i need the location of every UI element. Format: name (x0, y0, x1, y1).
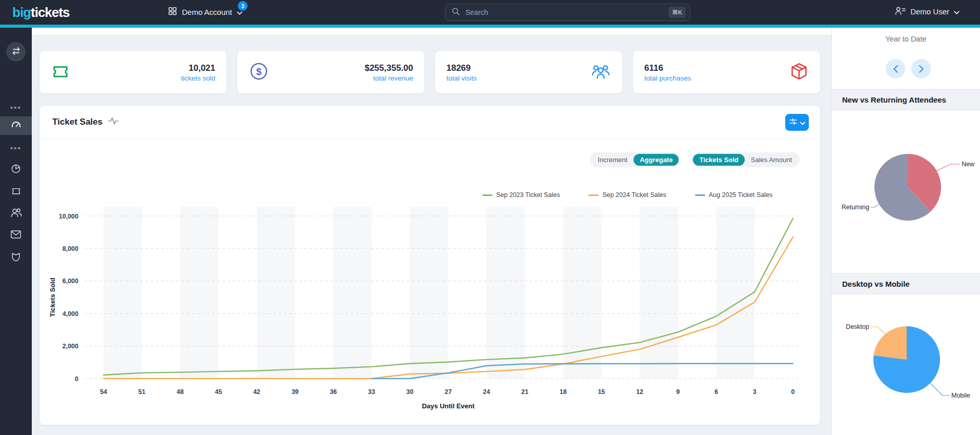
swap-horizontal-icon (11, 46, 21, 58)
svg-text:12: 12 (636, 388, 643, 396)
section-header-devices: Desktop vs Mobile (832, 273, 980, 294)
stat-value: 10,021 (181, 62, 215, 75)
shield-icon (10, 251, 22, 264)
sidebar-item-more-middle[interactable]: ••• (0, 139, 32, 157)
mail-icon (10, 230, 22, 241)
legend-swatch (588, 194, 599, 196)
ticket-sales-panel: Ticket Sales 02,0004,0006,0008,00010,000… (39, 105, 821, 425)
stat-value: $255,355.00 (364, 62, 413, 75)
legend-swatch (482, 194, 493, 196)
chart-legend: Sep 2023 Ticket Sales Sep 2024 Ticket Sa… (482, 191, 772, 199)
search-icon (452, 7, 460, 18)
svg-text:Mobile: Mobile (951, 392, 970, 399)
user-menu[interactable]: Demo User (895, 6, 959, 17)
svg-text:15: 15 (598, 388, 605, 396)
user-list-icon (895, 6, 906, 17)
search-input[interactable] (465, 8, 668, 16)
collapse-sidebar-button[interactable] (6, 42, 26, 62)
svg-text:33: 33 (368, 388, 375, 396)
svg-text:54: 54 (100, 388, 107, 396)
logo-tickets: tickets (31, 5, 69, 20)
user-name: Demo User (910, 7, 949, 16)
search-shortcut-badge: ⌘K (668, 7, 686, 18)
global-search: ⌘K (445, 4, 690, 21)
svg-text:36: 36 (330, 388, 337, 396)
package-icon (789, 62, 809, 83)
mode-toggle-group: Increment Aggregate (590, 152, 680, 167)
svg-text:51: 51 (138, 388, 146, 396)
account-switcher[interactable]: Demo Account (168, 6, 242, 17)
svg-text:8,000: 8,000 (63, 245, 78, 252)
toggle-tickets-sold[interactable]: Tickets Sold (693, 154, 744, 166)
toggle-aggregate[interactable]: Aggregate (634, 154, 679, 166)
sidebar-item-reports[interactable] (0, 161, 32, 179)
svg-text:$: $ (256, 66, 262, 76)
metric-toggle-group: Tickets Sold Sales Amount (691, 152, 800, 167)
sidebar-item-messages[interactable] (0, 226, 32, 245)
stat-card-total-purchases: 6116 total purchases (632, 50, 821, 94)
previous-period-button[interactable] (886, 59, 905, 78)
right-sidebar: Year to Date New vs Returning Attendees … (831, 28, 980, 435)
svg-text:24: 24 (483, 388, 490, 396)
pie-chart-icon (10, 163, 22, 176)
new-vs-returning-pie-chart: NewReturning (832, 110, 980, 273)
period-label: Year to Date (832, 35, 980, 43)
svg-text:18: 18 (560, 388, 567, 396)
svg-text:0: 0 (791, 388, 795, 396)
grid-icon (168, 6, 177, 17)
users-group-icon (590, 63, 611, 82)
svg-text:Tickets Sold: Tickets Sold (49, 278, 56, 317)
stat-label: total revenue (364, 74, 413, 82)
svg-text:2,000: 2,000 (63, 343, 78, 350)
section-header-attendees: New vs Returning Attendees (832, 89, 980, 110)
logo-big: big (12, 5, 31, 20)
stat-card-total-revenue: $ $255,355.00 total revenue (237, 50, 425, 94)
sidebar-item-attendees[interactable] (0, 204, 32, 223)
ellipsis-icon: ••• (10, 103, 22, 112)
stat-value: 18269 (446, 62, 477, 75)
svg-text:39: 39 (292, 388, 299, 396)
svg-text:45: 45 (215, 388, 222, 396)
svg-text:6: 6 (714, 388, 718, 396)
svg-text:30: 30 (406, 388, 414, 396)
svg-text:42: 42 (253, 388, 260, 396)
account-name: Demo Account (182, 8, 232, 16)
left-sidebar: ••• ••• (0, 28, 32, 435)
legend-item-aug-2025[interactable]: Aug 2025 Ticket Sales (695, 191, 772, 199)
app-logo[interactable]: bigtickets (12, 5, 69, 21)
legend-swatch (695, 194, 705, 196)
stat-value: 6116 (644, 62, 691, 75)
svg-text:6,000: 6,000 (63, 278, 78, 285)
stat-label: total purchases (644, 74, 691, 82)
ticket-icon (51, 62, 70, 83)
toggle-sales-amount[interactable]: Sales Amount (745, 154, 798, 166)
sidebar-item-tickets[interactable] (0, 183, 32, 201)
legend-item-sep-2023[interactable]: Sep 2023 Ticket Sales (482, 191, 560, 199)
next-period-button[interactable] (911, 59, 931, 78)
toggle-increment[interactable]: Increment (591, 154, 634, 166)
desktop-vs-mobile-pie-chart: DesktopMobile (832, 294, 980, 435)
chart-toggles: Increment Aggregate Tickets Sold Sales A… (590, 152, 800, 167)
svg-text:4,000: 4,000 (63, 310, 78, 318)
ellipsis-icon: ••• (10, 144, 22, 152)
main-content: 10,021 tickets sold $ $255,355.00 total … (32, 28, 831, 435)
stat-cards-row: 10,021 tickets sold $ $255,355.00 total … (39, 50, 821, 94)
ticket-icon (10, 185, 22, 199)
svg-text:3: 3 (753, 388, 757, 396)
stat-card-total-visits: 18269 total visits (435, 50, 623, 94)
stat-card-tickets-sold: 10,021 tickets sold (39, 50, 227, 94)
dashboard-gauge-icon (10, 119, 22, 133)
sidebar-item-more-top[interactable]: ••• (0, 98, 32, 116)
top-navigation-bar: bigtickets Demo Account 3 ⌘K Demo User (0, 0, 980, 25)
svg-text:21: 21 (521, 388, 528, 396)
sidebar-item-dashboard[interactable] (0, 116, 32, 135)
svg-text:48: 48 (176, 388, 183, 396)
svg-text:10,000: 10,000 (59, 213, 78, 220)
svg-text:Days Until Event: Days Until Event (422, 402, 475, 410)
notification-badge[interactable]: 3 (238, 1, 248, 11)
svg-text:9: 9 (676, 388, 680, 396)
svg-text:27: 27 (445, 388, 452, 396)
legend-item-sep-2024[interactable]: Sep 2024 Ticket Sales (588, 191, 666, 199)
sub-header-strip (32, 28, 831, 35)
sidebar-item-security[interactable] (0, 248, 32, 267)
